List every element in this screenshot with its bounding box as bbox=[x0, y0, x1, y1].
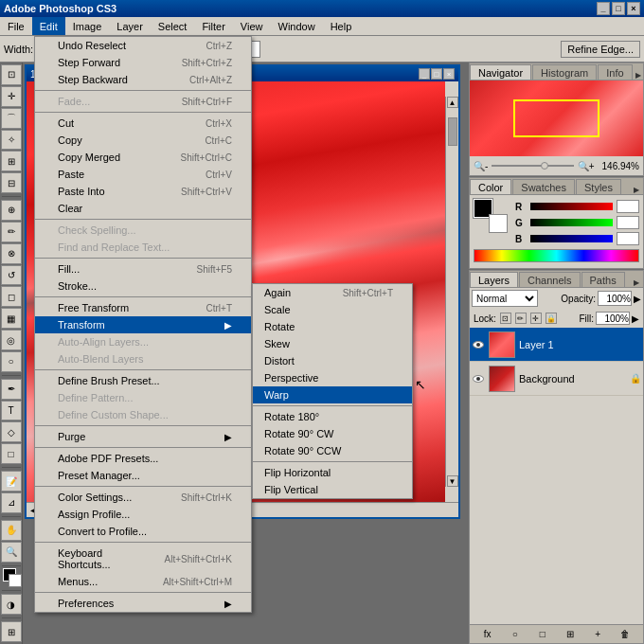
menu-item-fade[interactable]: Fade... Shift+Ctrl+F bbox=[35, 93, 251, 110]
menu-item-step-forward[interactable]: Step Forward Shift+Ctrl+Z bbox=[35, 54, 251, 71]
fg-bg-colors[interactable] bbox=[1, 568, 22, 587]
color-panel-options-button[interactable]: ▶ bbox=[630, 186, 643, 194]
create-group-button[interactable]: □ bbox=[535, 627, 550, 642]
title-bar-buttons[interactable]: _ □ × bbox=[597, 2, 640, 15]
menu-item-fill[interactable]: Fill... Shift+F5 bbox=[35, 260, 251, 277]
submenu-item-rotate[interactable]: Rotate bbox=[253, 318, 412, 335]
menu-item-convert-profile[interactable]: Convert to Profile... bbox=[35, 523, 251, 540]
tool-clone[interactable]: ⊗ bbox=[1, 243, 22, 264]
add-layer-style-button[interactable]: fx bbox=[480, 627, 495, 642]
menu-item-color-settings[interactable]: Color Settings... Shift+Ctrl+K bbox=[35, 489, 251, 506]
tab-color[interactable]: Color bbox=[470, 179, 511, 194]
menu-item-find-replace[interactable]: Find and Replace Text... bbox=[35, 239, 251, 256]
menu-view[interactable]: View bbox=[233, 17, 271, 35]
submenu-item-flip-vertical[interactable]: Flip Vertical bbox=[253, 481, 412, 498]
menu-item-copy-merged[interactable]: Copy Merged Shift+Ctrl+C bbox=[35, 149, 251, 166]
menu-item-purge[interactable]: Purge ▶ bbox=[35, 428, 251, 445]
submenu-item-rotate90ccw[interactable]: Rotate 90° CCW bbox=[253, 442, 412, 459]
layer1-visibility-toggle[interactable] bbox=[472, 338, 485, 351]
menu-item-keyboard-shortcuts[interactable]: Keyboard Shortcuts... Alt+Shift+Ctrl+K bbox=[35, 545, 251, 573]
menu-item-auto-align[interactable]: Auto-Align Layers... bbox=[35, 333, 251, 350]
menu-filter[interactable]: Filter bbox=[194, 17, 232, 35]
red-slider[interactable] bbox=[530, 203, 613, 210]
tool-marquee[interactable]: ⊡ bbox=[1, 64, 22, 85]
menu-item-preferences[interactable]: Preferences ▶ bbox=[35, 595, 251, 612]
blend-mode-select[interactable]: Normal Multiply Screen bbox=[472, 290, 538, 307]
submenu-item-flip-horizontal[interactable]: Flip Horizontal bbox=[253, 464, 412, 481]
new-layer-button[interactable]: + bbox=[590, 627, 605, 642]
background-color[interactable] bbox=[9, 574, 22, 587]
menu-help[interactable]: Help bbox=[323, 17, 360, 35]
tool-brush[interactable]: ✏ bbox=[1, 222, 22, 242]
tool-crop[interactable]: ⊞ bbox=[1, 151, 22, 171]
menu-item-paste-into[interactable]: Paste Into Shift+Ctrl+V bbox=[35, 183, 251, 200]
tool-screen-mode[interactable]: ⊞ bbox=[1, 621, 22, 642]
tool-wand[interactable]: ✧ bbox=[1, 130, 22, 151]
color-spectrum[interactable] bbox=[474, 249, 639, 262]
tool-notes[interactable]: 📝 bbox=[1, 471, 22, 492]
tool-shape[interactable]: □ bbox=[1, 443, 22, 464]
menu-item-free-transform[interactable]: Free Transform Ctrl+T bbox=[35, 299, 251, 316]
menu-item-transform[interactable]: Transform ▶ bbox=[35, 316, 251, 333]
submenu-item-rotate90cw[interactable]: Rotate 90° CW bbox=[253, 425, 412, 442]
menu-item-define-pattern[interactable]: Define Pattern... bbox=[35, 389, 251, 406]
tab-swatches[interactable]: Swatches bbox=[512, 179, 575, 194]
menu-item-undo[interactable]: Undo Reselect Ctrl+Z bbox=[35, 37, 251, 54]
tool-gradient[interactable]: ▦ bbox=[1, 308, 22, 329]
menu-item-paste[interactable]: Paste Ctrl+V bbox=[35, 166, 251, 183]
create-adjustment-button[interactable]: ⊞ bbox=[563, 627, 578, 642]
scroll-thumb[interactable] bbox=[448, 117, 457, 146]
tool-quick-mask[interactable]: ◑ bbox=[1, 594, 22, 615]
submenu-item-perspective[interactable]: Perspective bbox=[253, 369, 412, 386]
close-button[interactable]: × bbox=[627, 2, 640, 15]
fill-arrow[interactable]: ▶ bbox=[632, 313, 639, 324]
menu-edit[interactable]: Edit bbox=[32, 17, 65, 35]
tab-info[interactable]: Info bbox=[598, 64, 632, 80]
zoom-in-icon[interactable]: 🔍+ bbox=[578, 161, 595, 171]
lock-image-pixels[interactable]: ✏ bbox=[515, 313, 527, 324]
submenu-item-again[interactable]: Again Shift+Ctrl+T bbox=[253, 284, 412, 301]
tool-zoom[interactable]: 🔍 bbox=[1, 542, 22, 563]
tab-paths[interactable]: Paths bbox=[581, 272, 625, 287]
menu-item-define-brush[interactable]: Define Brush Preset... bbox=[35, 372, 251, 389]
menu-item-pdf-presets[interactable]: Adobe PDF Presets... bbox=[35, 450, 251, 467]
opacity-arrow[interactable]: ▶ bbox=[634, 294, 641, 304]
tool-eyedropper[interactable]: ⊿ bbox=[1, 492, 22, 513]
menu-file[interactable]: File bbox=[0, 17, 32, 35]
maximize-button[interactable]: □ bbox=[612, 2, 625, 15]
add-mask-button[interactable]: ○ bbox=[508, 627, 523, 642]
fill-input[interactable] bbox=[596, 312, 630, 325]
menu-select[interactable]: Select bbox=[151, 17, 195, 35]
tool-path[interactable]: ◇ bbox=[1, 421, 22, 442]
canvas-close-btn[interactable]: × bbox=[443, 68, 455, 80]
delete-layer-button[interactable]: 🗑 bbox=[617, 627, 633, 642]
layer-row-background[interactable]: Background 🔒 bbox=[470, 362, 643, 396]
lock-position[interactable]: ✛ bbox=[530, 313, 542, 324]
menu-image[interactable]: Image bbox=[65, 17, 110, 35]
navigator-panel-options-button[interactable]: ▶ bbox=[634, 71, 643, 80]
green-slider[interactable] bbox=[530, 219, 613, 226]
menu-item-define-custom-shape[interactable]: Define Custom Shape... bbox=[35, 406, 251, 423]
menu-item-preset-manager[interactable]: Preset Manager... bbox=[35, 467, 251, 484]
tool-type[interactable]: T bbox=[1, 401, 22, 421]
menu-layer[interactable]: Layer bbox=[109, 17, 151, 35]
background-visibility-toggle[interactable] bbox=[472, 372, 485, 385]
opacity-input[interactable] bbox=[598, 291, 632, 306]
tab-channels[interactable]: Channels bbox=[519, 272, 580, 287]
menu-item-cut[interactable]: Cut Ctrl+X bbox=[35, 115, 251, 132]
menu-item-menus[interactable]: Menus... Alt+Shift+Ctrl+M bbox=[35, 573, 251, 590]
zoom-slider-thumb[interactable] bbox=[541, 162, 548, 170]
tool-blur[interactable]: ◎ bbox=[1, 330, 22, 350]
submenu-item-scale[interactable]: Scale bbox=[253, 301, 412, 318]
tool-move[interactable]: ✛ bbox=[1, 86, 22, 107]
minimize-button[interactable]: _ bbox=[597, 2, 610, 15]
menu-item-assign-profile[interactable]: Assign Profile... bbox=[35, 506, 251, 523]
tool-eraser[interactable]: ◻ bbox=[1, 286, 22, 307]
tab-histogram[interactable]: Histogram bbox=[532, 64, 597, 80]
menu-item-step-backward[interactable]: Step Backward Ctrl+Alt+Z bbox=[35, 71, 251, 88]
lock-transparent-pixels[interactable]: ⊡ bbox=[500, 313, 511, 324]
tab-layers[interactable]: Layers bbox=[470, 272, 518, 287]
layer-row-layer1[interactable]: Layer 1 bbox=[470, 328, 643, 362]
submenu-item-warp[interactable]: Warp bbox=[253, 386, 412, 403]
menu-item-check-spelling[interactable]: Check Spelling... bbox=[35, 222, 251, 239]
